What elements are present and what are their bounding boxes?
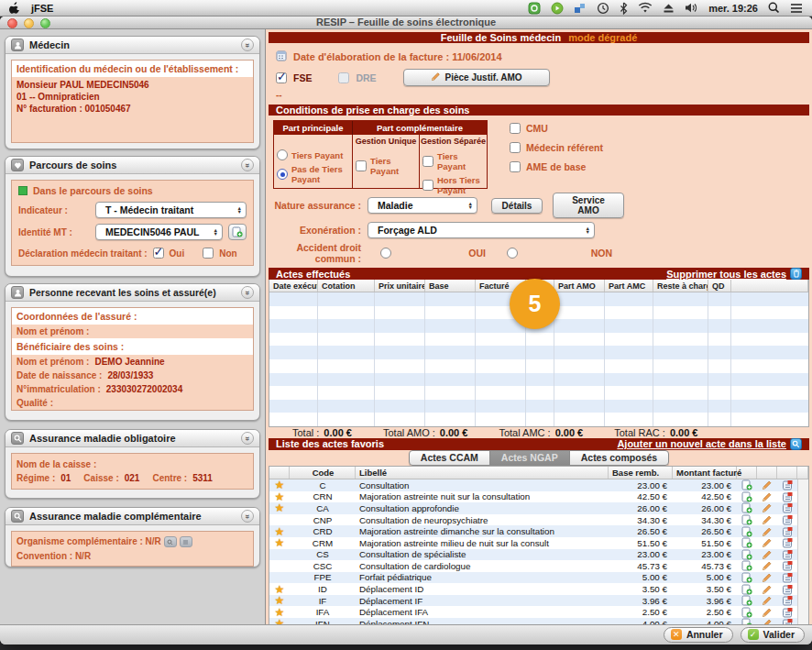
favoris-scrollbar-track[interactable]	[797, 479, 808, 491]
add-acte-icon[interactable]	[737, 595, 757, 607]
panel-parcours-header[interactable]: Parcours de soins »	[5, 157, 259, 174]
zoom-window-button[interactable]	[40, 18, 50, 28]
favorite-star-icon[interactable]	[269, 514, 290, 526]
favoris-row-CRD[interactable]: ★CRDMajoration astreinte dimanche sur la…	[269, 525, 808, 537]
close-window-button[interactable]	[7, 18, 17, 28]
collapse-amo-button[interactable]: »	[241, 432, 254, 445]
favorite-star-icon[interactable]: ★	[269, 618, 290, 624]
favorite-star-icon[interactable]: ★	[269, 525, 290, 537]
tab-actes-ngap[interactable]: Actes NGAP	[490, 451, 570, 465]
favorite-star-icon[interactable]	[269, 572, 290, 584]
actes-empty-row[interactable]	[269, 333, 808, 347]
notification-center-icon[interactable]	[790, 3, 803, 14]
time-machine-icon[interactable]	[597, 2, 609, 15]
cmu-checkbox[interactable]	[510, 123, 521, 134]
actes-column-header[interactable]: Cotation	[318, 280, 375, 292]
favorite-star-icon[interactable]	[269, 560, 290, 572]
active-app-name[interactable]: jFSE	[31, 3, 53, 14]
ajouter-acte-link[interactable]: Ajouter un nouvel acte dans la liste	[617, 438, 802, 450]
favoris-scrollbar-track[interactable]	[797, 525, 808, 537]
favoris-row-CS[interactable]: CSConsultation de spécialiste23.00 €23.0…	[269, 549, 808, 561]
status-app-icon-1[interactable]	[528, 2, 541, 15]
accident-non-radio[interactable]	[507, 248, 518, 259]
edit-acte-icon[interactable]	[757, 549, 777, 561]
identite-mt-select[interactable]: MEDECIN5046 PAUL▲▼	[95, 224, 223, 240]
spotlight-icon[interactable]	[768, 2, 780, 14]
service-amo-button[interactable]: Service AMO	[553, 193, 624, 218]
valider-button[interactable]: ✓ Valider	[741, 627, 805, 643]
nature-assurance-select[interactable]: Maladie▲▼	[368, 197, 477, 214]
favoris-column-header[interactable]	[797, 467, 808, 479]
actes-empty-row[interactable]	[269, 359, 808, 373]
edit-acte-icon[interactable]	[757, 525, 777, 537]
add-acte-icon[interactable]	[737, 572, 757, 584]
organisme-clear-button[interactable]	[180, 536, 192, 547]
favorite-star-icon[interactable]: ★	[269, 502, 290, 514]
favoris-column-header[interactable]: Montant facturé	[673, 467, 737, 479]
status-app-icon-3[interactable]	[574, 2, 587, 15]
gs-hors-tiers-payant-checkbox[interactable]	[422, 180, 433, 191]
duplicate-acte-icon[interactable]	[777, 525, 797, 537]
trash-icon[interactable]	[790, 268, 802, 280]
panel-personne-header[interactable]: Personne recevant les soins et assuré(e)…	[5, 284, 259, 302]
duplicate-acte-icon[interactable]	[777, 595, 797, 607]
duplicate-acte-icon[interactable]	[777, 606, 797, 618]
actes-column-header[interactable]: Date exécution	[269, 280, 318, 292]
add-doctor-button[interactable]	[228, 224, 247, 240]
favorite-star-icon[interactable]: ★	[269, 491, 290, 503]
medecin-referent-checkbox[interactable]	[510, 142, 521, 153]
actes-column-header[interactable]: Reste à charge	[653, 280, 708, 292]
favoris-column-header[interactable]: Libellé	[356, 467, 609, 479]
actes-empty-row[interactable]	[269, 373, 808, 387]
actes-column-header[interactable]: QD	[708, 280, 731, 292]
favoris-scrollbar-track[interactable]	[797, 618, 808, 624]
edit-acte-icon[interactable]	[757, 583, 777, 595]
ame-checkbox[interactable]	[510, 161, 521, 172]
duplicate-acte-icon[interactable]	[777, 583, 797, 595]
duplicate-acte-icon[interactable]	[777, 502, 797, 514]
favorite-star-icon[interactable]: ★	[269, 537, 290, 549]
organisme-search-button[interactable]	[164, 536, 177, 547]
tab-actes-composés[interactable]: Actes composés	[570, 451, 668, 465]
apple-menu-icon[interactable]	[9, 1, 20, 16]
favoris-row-CSC[interactable]: CSCConsultation de cardiologue45.73 €45.…	[269, 560, 808, 572]
edit-acte-icon[interactable]	[757, 606, 777, 618]
duplicate-acte-icon[interactable]	[777, 537, 797, 549]
tab-actes-ccam[interactable]: Actes CCAM	[410, 451, 490, 465]
favoris-row-CNP[interactable]: CNPConsultation de neuropsychiatre34.30 …	[269, 514, 808, 526]
favoris-row-IFA[interactable]: ★IFADéplacement IFA2.50 €2.50 €	[269, 606, 808, 618]
eject-icon[interactable]	[663, 3, 675, 14]
favorite-star-icon[interactable]: ★	[269, 595, 290, 607]
panel-amo-header[interactable]: Assurance maladie obligatoire »	[5, 430, 259, 447]
favoris-scrollbar-track[interactable]	[797, 502, 808, 514]
actes-empty-row[interactable]	[269, 413, 808, 426]
minimize-window-button[interactable]	[24, 18, 34, 28]
add-acte-icon[interactable]	[737, 583, 757, 595]
favoris-row-C[interactable]: ★CConsultation23.00 €23.00 €	[269, 479, 808, 491]
add-acte-icon[interactable]	[737, 618, 757, 624]
add-acte-icon[interactable]	[737, 514, 757, 526]
favoris-column-header[interactable]	[757, 467, 777, 479]
bluetooth-icon[interactable]	[620, 2, 628, 15]
add-search-icon[interactable]	[790, 438, 802, 450]
edit-acte-icon[interactable]	[757, 491, 777, 503]
declaration-non-checkbox[interactable]	[203, 248, 214, 259]
gu-tiers-payant-checkbox[interactable]	[356, 160, 367, 171]
dre-checkbox[interactable]	[338, 72, 349, 83]
favoris-column-header[interactable]: Base remb.	[609, 467, 673, 479]
duplicate-acte-icon[interactable]	[777, 479, 797, 491]
favoris-scrollbar-track[interactable]	[797, 606, 808, 618]
favoris-row-IFN[interactable]: ★IFNDéplacement IFN4.00 €4.00 €	[269, 618, 808, 624]
favoris-scrollbar-track[interactable]	[797, 491, 808, 503]
favoris-row-CA[interactable]: ★CAConsultation approfondie26.00 €26.00 …	[269, 502, 808, 514]
edit-acte-icon[interactable]	[757, 479, 777, 491]
status-app-icon-2[interactable]	[551, 2, 564, 15]
favoris-scrollbar-track[interactable]	[797, 537, 808, 549]
exoneration-select[interactable]: Forçage ALD▲▼	[368, 222, 595, 238]
fse-checkbox[interactable]	[276, 72, 287, 83]
pp-tiers-payant-radio[interactable]	[277, 149, 288, 160]
edit-acte-icon[interactable]	[757, 502, 777, 514]
actes-column-header[interactable]: Part AMO	[554, 280, 605, 292]
favoris-scrollbar-track[interactable]	[797, 595, 808, 607]
actes-column-header[interactable]: Prix unitaire	[375, 280, 425, 292]
